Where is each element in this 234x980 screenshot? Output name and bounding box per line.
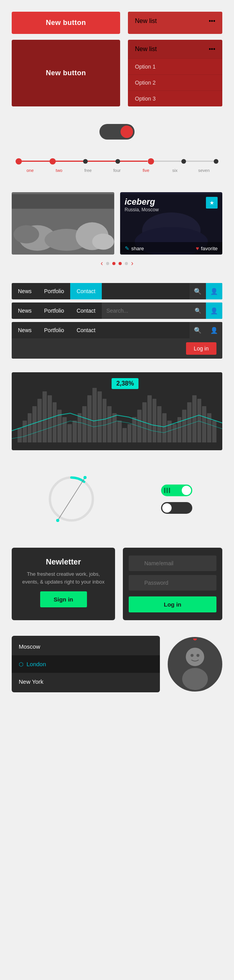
password-wrapper: 🔒 [129, 575, 216, 591]
chart-bar [87, 395, 92, 442]
login-row: Log in [12, 338, 222, 359]
new-button-primary[interactable]: New button [12, 12, 120, 34]
location-moscow[interactable]: Moscow [12, 638, 160, 655]
toggle-off[interactable] [161, 502, 192, 514]
toggle-thumb-on [182, 486, 191, 495]
new-button-secondary[interactable]: New button [12, 40, 120, 106]
login-submit-button[interactable]: Log in [129, 596, 216, 612]
list-items: Option 1 Option 2 Option 3 [128, 58, 222, 106]
password-input[interactable] [129, 575, 216, 591]
username-input[interactable] [129, 555, 216, 571]
page-dot-2[interactable] [112, 262, 115, 265]
svg-point-21 [197, 654, 200, 657]
circle-toggle-section [0, 458, 234, 540]
chart-bars [18, 380, 216, 442]
slider-track[interactable] [16, 157, 218, 165]
slider-dot-3 [83, 159, 88, 164]
nav-news-3[interactable]: News [12, 322, 38, 338]
slider-dot-7 [214, 159, 218, 164]
share-action[interactable]: ✎ share [125, 245, 144, 251]
slider-dot-4 [115, 159, 120, 164]
avatar-image [169, 639, 221, 690]
search-btn-1[interactable]: 🔍 [190, 283, 206, 299]
nav-contact-2[interactable]: Contact [70, 302, 101, 319]
list-item-2[interactable]: Option 2 [128, 74, 222, 90]
search-input[interactable] [106, 308, 191, 314]
location-london[interactable]: ⬡ London [12, 655, 160, 673]
toggle-on[interactable] [161, 485, 192, 496]
page-dot-3[interactable] [119, 262, 122, 265]
user-btn-3[interactable]: 👤 [206, 322, 222, 338]
nav-portfolio-3[interactable]: Portfolio [38, 322, 70, 338]
user-btn-2[interactable]: 👤 [206, 302, 222, 319]
slider-dot-5 [148, 158, 154, 165]
chart-container: 2,38% [12, 372, 222, 450]
prev-arrow[interactable]: ‹ [101, 259, 103, 267]
chart-bar [207, 413, 211, 442]
chart-bar [192, 395, 197, 442]
chart-bar [162, 413, 167, 442]
nav-news-1[interactable]: News [12, 283, 38, 299]
signin-button[interactable]: Sign in [40, 591, 87, 607]
list-item-1[interactable]: Option 1 [128, 58, 222, 74]
page-dot-4[interactable] [125, 262, 128, 265]
navbars-section: News Portfolio Contact 🔍 👤 News Portfoli… [0, 277, 234, 364]
chart-bar [197, 399, 202, 442]
chart-bar [82, 406, 87, 442]
nav-portfolio-2[interactable]: Portfolio [38, 302, 70, 319]
favorite-label: favorite [201, 246, 218, 251]
nav-contact-3[interactable]: Contact [70, 322, 101, 338]
list-item-3[interactable]: Option 3 [128, 90, 222, 106]
navbar-2: News Portfolio Contact 🔍 👤 [12, 302, 222, 319]
slider-labels: one two free four five six seven [16, 168, 218, 173]
dark-image-card[interactable]: iceberg Russia, Moscow ★ ✎ share ♥ favor… [120, 192, 223, 255]
slider-label-3: free [74, 168, 103, 173]
slider-label-4: four [103, 168, 131, 173]
chart-bar [48, 395, 52, 442]
newsletter-title: Newletter [46, 557, 81, 566]
chart-bar [147, 395, 152, 442]
slider-label-6: six [160, 168, 189, 173]
image-cards-section: iceberg Russia, Moscow ★ ✎ share ♥ favor… [0, 184, 234, 277]
slider-label-1: one [16, 168, 44, 173]
newsletter-card: Newletter The freshest creative work, jo… [12, 548, 115, 620]
location-london-label: London [27, 661, 46, 667]
svg-point-19 [182, 668, 208, 690]
chart-bar [117, 421, 122, 442]
chart-bar [73, 421, 77, 442]
card-subtitle: Russia, Moscow [125, 207, 159, 212]
search-btn-3[interactable]: 🔍 [190, 322, 206, 338]
svg-point-4 [14, 225, 39, 244]
chart-bar [43, 391, 47, 442]
search-icon-2: 🔍 [195, 308, 201, 314]
list-dots[interactable]: ••• [209, 18, 215, 25]
favorite-action[interactable]: ♥ favorite [196, 245, 218, 251]
login-button[interactable]: Log in [186, 342, 216, 355]
svg-line-15 [58, 499, 71, 520]
nav-news-2[interactable]: News [12, 302, 38, 319]
page-dot-1[interactable] [106, 262, 109, 265]
user-btn-1[interactable]: 👤 [206, 283, 222, 299]
chart-bar [62, 417, 67, 442]
chart-label: 2,38% [112, 378, 138, 389]
toggle-bars [164, 488, 170, 493]
svg-point-20 [191, 654, 194, 657]
slider-dot-1 [16, 158, 22, 165]
chart-bar [142, 402, 147, 442]
bw-image-card[interactable] [12, 192, 114, 255]
navbar-1: News Portfolio Contact 🔍 👤 [12, 283, 222, 299]
share-label: share [131, 246, 144, 251]
svg-point-18 [186, 647, 204, 666]
location-avatar-section: Moscow ⬡ London New York [0, 628, 234, 700]
nav-portfolio-1[interactable]: Portfolio [38, 283, 70, 299]
chart-bar [78, 413, 82, 442]
nav-contact-1[interactable]: Contact [70, 283, 101, 299]
location-newyork[interactable]: New York [12, 673, 160, 690]
toggle-bar-3 [169, 488, 170, 493]
buttons-lists-section: New button New list ••• New button New l… [0, 0, 234, 118]
navbar-3: News Portfolio Contact 🔍 👤 [12, 322, 222, 338]
list-dots-dark[interactable]: ••• [209, 46, 215, 53]
star-badge[interactable]: ★ [206, 197, 218, 209]
toggle-switch[interactable] [99, 124, 135, 140]
next-arrow[interactable]: › [131, 259, 133, 267]
